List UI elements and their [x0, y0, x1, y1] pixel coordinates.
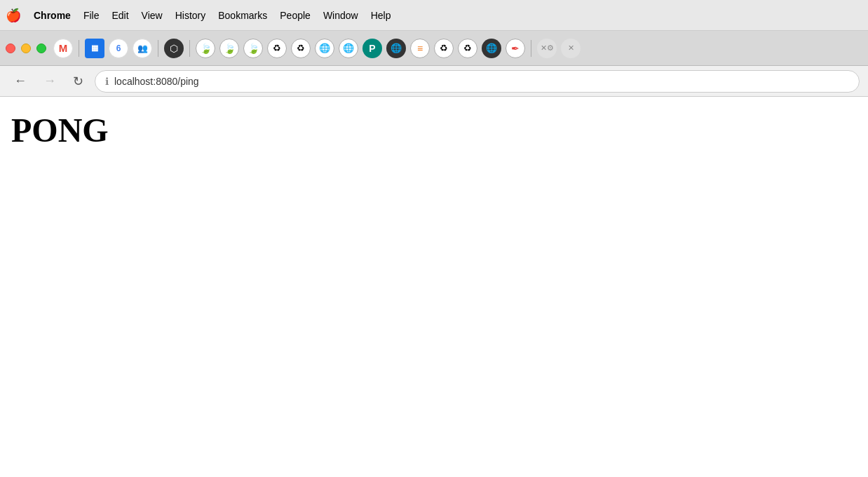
maximize-button[interactable]: [36, 43, 46, 53]
menu-history[interactable]: History: [175, 10, 206, 21]
bookmark-gmail[interactable]: M: [53, 39, 73, 58]
address-bar[interactable]: ℹ: [95, 70, 860, 93]
forward-button[interactable]: →: [38, 71, 62, 91]
bookmark-leaf-2[interactable]: 🍃: [219, 39, 239, 58]
bookmark-spring-1[interactable]: ♻: [267, 39, 287, 58]
menu-view[interactable]: View: [142, 10, 163, 21]
info-icon: ℹ: [105, 76, 109, 87]
bookmark-meet[interactable]: 👥: [133, 39, 152, 58]
menu-people[interactable]: People: [280, 10, 311, 21]
bookmark-globe-4[interactable]: 🌐: [482, 39, 501, 58]
close-button[interactable]: [6, 43, 15, 53]
toolbar: M ▦ 6 👥 ⬡ 🍃 🍃 🍃 ♻ ♻ 🌐 🌐 P 🌐 ≡ ♻ ♻ 🌐 ✒ ✕⚙…: [0, 31, 868, 66]
bookmark-sheets[interactable]: ▦: [85, 39, 104, 58]
bookmark-quill[interactable]: ✒: [506, 39, 525, 58]
back-button[interactable]: ←: [8, 71, 32, 91]
nav-bar: ← → ↻ ℹ: [0, 66, 868, 97]
traffic-lights: [6, 43, 46, 53]
url-input[interactable]: [114, 76, 849, 87]
page-body-text: PONG: [11, 111, 857, 149]
menu-bar: 🍎 Chrome File Edit View History Bookmark…: [0, 0, 868, 31]
menu-file[interactable]: File: [83, 10, 100, 21]
menu-bookmarks[interactable]: Bookmarks: [218, 10, 267, 21]
minimize-button[interactable]: [21, 43, 31, 53]
bookmark-globe-1[interactable]: 🌐: [315, 39, 334, 58]
bookmark-globe-2[interactable]: 🌐: [339, 39, 358, 58]
menu-chrome[interactable]: Chrome: [34, 10, 71, 21]
bookmark-stackoverflow[interactable]: ≡: [410, 39, 430, 58]
reload-button[interactable]: ↻: [67, 71, 89, 92]
menu-help[interactable]: Help: [371, 10, 391, 21]
bookmark-spring-4[interactable]: ♻: [458, 39, 477, 58]
bookmark-ext-1[interactable]: ✕⚙: [537, 39, 557, 58]
bookmark-github[interactable]: ⬡: [164, 39, 184, 58]
bookmark-globe-3[interactable]: 🌐: [386, 39, 406, 58]
bookmark-spring-2[interactable]: ♻: [291, 39, 311, 58]
bookmark-p[interactable]: P: [362, 39, 382, 58]
menu-window[interactable]: Window: [323, 10, 358, 21]
bookmark-calendar[interactable]: 6: [109, 39, 128, 58]
apple-menu[interactable]: 🍎: [6, 8, 21, 23]
bookmark-leaf-1[interactable]: 🍃: [196, 39, 215, 58]
page-content: PONG: [0, 97, 868, 450]
bookmark-spring-3[interactable]: ♻: [434, 39, 454, 58]
bookmark-ext-2[interactable]: ✕: [561, 39, 581, 58]
menu-edit[interactable]: Edit: [111, 10, 128, 21]
bookmark-leaf-3[interactable]: 🍃: [243, 39, 263, 58]
